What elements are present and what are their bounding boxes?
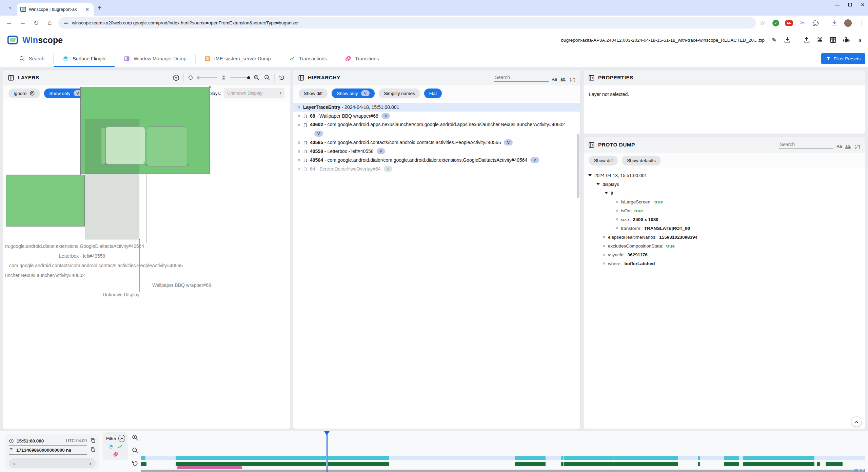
zoom-in-icon[interactable] — [253, 74, 260, 81]
downloads-icon[interactable] — [831, 20, 838, 26]
3d-view-icon[interactable] — [173, 74, 180, 81]
hierarchy-scrollbar[interactable] — [577, 134, 579, 198]
edit-pencil-icon[interactable]: ✎ — [770, 36, 778, 44]
tab-window-manager-dump[interactable]: Window Manager Dump — [115, 50, 195, 67]
show-diff-button[interactable]: Show diff — [589, 156, 618, 165]
rotation-slider[interactable] — [197, 77, 217, 78]
extension-scissors-icon[interactable]: ✂ — [799, 19, 806, 27]
filter-presets-button[interactable]: Filter Presets — [821, 53, 865, 64]
match-case-icon[interactable]: Aa — [552, 77, 557, 82]
proto-leaf[interactable]: where:bufferLatched — [584, 259, 865, 268]
zoom-out-icon[interactable] — [264, 74, 271, 81]
address-bar[interactable]: winscope.teams.x20web.corp.google.com/pr… — [58, 17, 756, 28]
tab-search-chevron-icon[interactable]: ˅ — [5, 3, 15, 13]
upload-icon[interactable] — [803, 36, 810, 44]
surfaceflinger-track-segment — [698, 456, 700, 460]
report-bug-icon[interactable] — [843, 36, 850, 44]
funnel-icon — [826, 56, 831, 61]
ignore-highlight-button[interactable]: Ignore — [8, 88, 40, 98]
surfaceflinger-track-segment — [724, 456, 739, 460]
match-case-icon[interactable]: Aa — [837, 144, 842, 149]
collapse-panel-icon[interactable] — [588, 142, 595, 148]
reset-view-icon[interactable] — [278, 74, 285, 81]
proto-leaf[interactable]: vsyncId:36291176 — [584, 250, 865, 259]
tab-transitions[interactable]: Transitions — [336, 50, 388, 67]
expand-timeline-button[interactable] — [851, 416, 862, 427]
back-icon[interactable]: ← — [4, 18, 14, 28]
playhead-line[interactable] — [327, 434, 328, 472]
proto-node[interactable]: 2024-04-18, 15:51:00.001 — [584, 171, 865, 180]
shortcuts-icon[interactable]: ⌘ — [816, 36, 824, 44]
show-diff-button[interactable]: Show diff — [299, 88, 328, 98]
display-select[interactable]: Unknown Display▾ — [224, 88, 284, 98]
proto-leaf[interactable]: size:2400 x 1080 — [584, 215, 865, 224]
tab-ime-dump[interactable]: IME system_server Dump — [196, 50, 280, 67]
tree-row[interactable]: 40602 - com.google.android.apps.nexuslau… — [293, 120, 580, 129]
tree-row[interactable]: 64 - ScreenDecorHwcOverlay#64 V — [293, 164, 580, 173]
extension-media-icon[interactable]: ▶▶ — [785, 20, 793, 26]
collapse-arrow-icon[interactable] — [588, 174, 592, 176]
regex-icon[interactable]: (.*) — [854, 144, 860, 149]
flat-button[interactable]: Flat — [424, 88, 442, 98]
window-restore-button[interactable] — [848, 3, 852, 6]
browser-tab[interactable]: Winscope | bugreport-ak ✕ — [17, 3, 94, 16]
forward-icon[interactable]: → — [18, 18, 28, 28]
layers-canvas[interactable]: m.google.android.dialer.extensions.Googl… — [3, 101, 290, 429]
layer-label: uncher.NexusLauncherActivity#40602 — [5, 273, 85, 278]
layer-rect[interactable] — [6, 175, 85, 227]
show-defaults-button[interactable]: Show defaults — [622, 156, 661, 165]
tree-row-root[interactable]: LayerTraceEntry - 2024-04-18, 15:51:00.0… — [293, 103, 580, 112]
hierarchy-search-input[interactable]: Search — [494, 74, 549, 82]
tree-row[interactable]: 40558 - Letterbox - left#40558 V — [293, 147, 580, 156]
browser-menu-icon[interactable]: ⋮ — [858, 19, 865, 27]
proto-leaf[interactable]: elapsedRealtimeNanos:155931023098394 — [584, 233, 865, 241]
bookmark-star-icon[interactable]: ☆ — [759, 19, 766, 27]
dark-mode-toggle-icon[interactable]: ◑ — [856, 36, 863, 44]
proto-search-input[interactable]: Search — [779, 141, 833, 149]
timeline-tracks[interactable] — [0, 431, 868, 472]
tab-transactions[interactable]: Transactions — [280, 50, 336, 67]
extension-check-icon[interactable]: ✓ — [772, 20, 779, 26]
proto-leaf[interactable]: isLargeScreen:true — [584, 197, 865, 206]
app-title: Winscope — [22, 35, 63, 45]
regex-icon[interactable]: (.*) — [570, 77, 575, 82]
profile-avatar[interactable] — [844, 19, 852, 27]
tree-row[interactable]: 68 - Wallpaper BBQ wrapper#68 V — [293, 112, 580, 120]
collapse-arrow-icon[interactable] — [596, 183, 600, 185]
scrollbar-mark — [860, 469, 862, 472]
download-trace-icon[interactable] — [784, 36, 791, 44]
spacing-slider[interactable] — [230, 77, 250, 78]
layer-rect[interactable] — [147, 126, 188, 166]
proto-leaf[interactable]: transform:TRANSLATE|ROT_90 — [584, 224, 865, 233]
proto-node[interactable]: 0 — [584, 189, 865, 197]
tree-row[interactable]: 40564 - com.google.android.dialer/com.go… — [293, 156, 580, 164]
home-icon[interactable]: ⌂ — [45, 18, 55, 28]
window-close-button[interactable]: ✕ — [861, 2, 865, 7]
collapse-panel-icon[interactable] — [588, 75, 595, 81]
match-word-icon[interactable]: ab, — [560, 77, 566, 82]
collapse-panel-icon[interactable] — [298, 75, 304, 81]
layer-rect[interactable] — [101, 127, 105, 164]
simplify-names-button[interactable]: Simplify names — [379, 88, 420, 98]
new-tab-button[interactable]: + — [98, 4, 102, 12]
trace-tab-bar: Search Surface Flinger Window Manager Du… — [0, 50, 868, 67]
show-only-visible-button[interactable]: Show onlyV — [332, 88, 375, 98]
collapse-panel-icon[interactable] — [8, 75, 14, 81]
proto-leaf[interactable]: isOn:true — [584, 206, 865, 215]
site-settings-icon[interactable] — [64, 22, 68, 24]
playhead-handle[interactable] — [324, 431, 330, 435]
timeline-scrollbar[interactable] — [141, 470, 865, 472]
tab-search[interactable]: Search — [10, 50, 53, 67]
tab-close-icon[interactable]: ✕ — [84, 7, 90, 12]
layer-rect[interactable] — [105, 126, 145, 164]
extensions-puzzle-icon[interactable] — [812, 20, 819, 26]
documentation-book-icon[interactable] — [829, 36, 837, 44]
match-word-icon[interactable]: ab, — [845, 144, 851, 149]
collapse-arrow-icon[interactable] — [605, 192, 608, 194]
proto-node[interactable]: displays — [584, 180, 865, 189]
window-minimize-button[interactable]: — — [835, 2, 840, 7]
proto-leaf[interactable]: excludesCompositionState:true — [584, 241, 865, 250]
tab-surface-flinger[interactable]: Surface Flinger — [54, 50, 115, 67]
tree-row[interactable]: 40565 - com.google.android.contacts/com.… — [293, 138, 580, 147]
reload-icon[interactable]: ↻ — [31, 18, 41, 28]
